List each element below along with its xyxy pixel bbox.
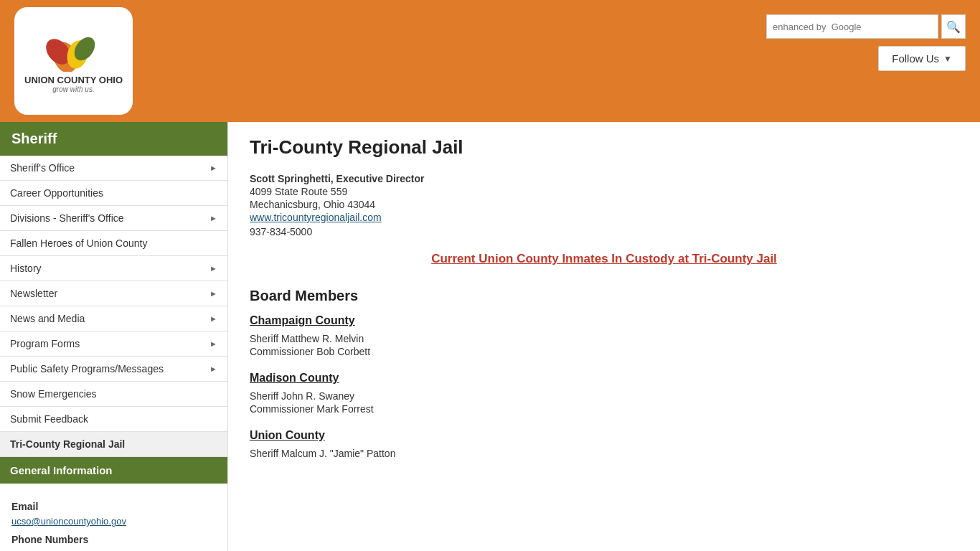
sidebar-label-history: History — [10, 263, 42, 274]
main-content: Tri-County Regional Jail Scott Springhet… — [228, 122, 980, 551]
chevron-right-icon: ► — [209, 214, 217, 222]
champaign-member-2: Commissioner Bob Corbett — [250, 346, 958, 357]
county-madison: Madison County Sheriff John R. Swaney Co… — [250, 372, 958, 415]
follow-us-label: Follow Us — [892, 52, 939, 65]
chevron-right-icon: ► — [209, 339, 217, 348]
sidebar-label-submit-feedback: Submit Feedback — [10, 413, 88, 425]
jail-phone: 937-834-5000 — [250, 226, 958, 237]
dropdown-arrow-icon: ▼ — [943, 54, 952, 64]
sidebar-item-news-media[interactable]: News and Media ► — [0, 306, 227, 331]
sidebar-item-submit-feedback[interactable]: Submit Feedback — [0, 407, 227, 432]
logo-sub: grow with us. — [52, 85, 94, 93]
sidebar-nav: Sheriff's Office ► Career Opportunities … — [0, 156, 227, 457]
search-input[interactable] — [766, 14, 938, 39]
general-info-header[interactable]: General Information — [0, 457, 227, 484]
jail-website-link[interactable]: www.tricountyregionaljail.com — [250, 212, 382, 223]
sidebar-item-career-opportunities[interactable]: Career Opportunities — [0, 181, 227, 206]
sidebar-item-fallen-heroes[interactable]: Fallen Heroes of Union County — [0, 231, 227, 256]
sidebar-label-fallen-heroes: Fallen Heroes of Union County — [10, 237, 147, 249]
county-union: Union County Sheriff Malcum J. "Jamie" P… — [250, 429, 958, 459]
champaign-member-1: Sheriff Matthew R. Melvin — [250, 333, 958, 344]
sidebar-label-snow-emergencies: Snow Emergencies — [10, 388, 97, 400]
sidebar-item-sheriffs-office[interactable]: Sheriff's Office ► — [0, 156, 227, 181]
sidebar-title: Sheriff — [0, 122, 227, 156]
sidebar-item-divisions[interactable]: Divisions - Sheriff's Office ► — [0, 206, 227, 231]
sidebar-label-news-media: News and Media — [10, 313, 85, 324]
search-bar: 🔍 — [766, 14, 966, 39]
county-champaign-title[interactable]: Champaign County — [250, 314, 355, 327]
sidebar-label-divisions: Divisions - Sheriff's Office — [10, 212, 124, 224]
sidebar-item-newsletter[interactable]: Newsletter ► — [0, 281, 227, 306]
logo-text: UNION COUNTY OHIO — [24, 75, 123, 86]
logo-icon — [45, 29, 103, 72]
search-button[interactable]: 🔍 — [941, 14, 966, 39]
sidebar-label-newsletter: Newsletter — [10, 288, 57, 299]
sidebar-item-program-forms[interactable]: Program Forms ► — [0, 331, 227, 357]
logo[interactable]: UNION COUNTY OHIO grow with us. — [14, 7, 133, 115]
union-member-1: Sheriff Malcum J. "Jamie" Patton — [250, 448, 958, 459]
sidebar-item-history[interactable]: History ► — [0, 256, 227, 281]
madison-member-2: Commissioner Mark Forrest — [250, 403, 958, 415]
header-right: 🔍 Follow Us ▼ — [766, 14, 966, 71]
follow-us-button[interactable]: Follow Us ▼ — [878, 46, 966, 71]
chevron-right-icon: ► — [209, 364, 217, 373]
board-members-title: Board Members — [250, 288, 958, 304]
general-info-section: Email ucso@unioncountyohio.gov Phone Num… — [0, 484, 227, 551]
sidebar-label-public-safety: Public Safety Programs/Messages — [10, 363, 164, 375]
director-name: Scott Springhetti, Executive Director — [250, 173, 958, 184]
county-champaign: Champaign County Sheriff Matthew R. Melv… — [250, 314, 958, 357]
sidebar-item-public-safety[interactable]: Public Safety Programs/Messages ► — [0, 357, 227, 382]
main-container: Sheriff Sheriff's Office ► Career Opport… — [0, 122, 980, 551]
phone-label: Phone Numbers — [11, 534, 216, 545]
county-madison-title[interactable]: Madison County — [250, 372, 339, 385]
county-union-title[interactable]: Union County — [250, 429, 325, 442]
chevron-right-icon: ► — [209, 314, 217, 323]
site-header: UNION COUNTY OHIO grow with us. 🔍 Follow… — [0, 0, 980, 122]
chevron-right-icon: ► — [209, 289, 217, 298]
page-title: Tri-County Regional Jail — [250, 136, 958, 159]
chevron-right-icon: ► — [209, 164, 217, 172]
sidebar-item-tri-county-jail[interactable]: Tri-County Regional Jail — [0, 432, 227, 457]
address-line1: 4099 State Route 559 — [250, 186, 958, 197]
sidebar: Sheriff Sheriff's Office ► Career Opport… — [0, 122, 228, 551]
madison-member-1: Sheriff John R. Swaney — [250, 390, 958, 402]
email-label: Email — [11, 501, 216, 512]
sidebar-label-career-opportunities: Career Opportunities — [10, 187, 103, 199]
sidebar-item-snow-emergencies[interactable]: Snow Emergencies — [0, 382, 227, 407]
search-icon: 🔍 — [946, 20, 961, 34]
sidebar-label-program-forms: Program Forms — [10, 338, 80, 349]
chevron-right-icon: ► — [209, 264, 217, 273]
director-info: Scott Springhetti, Executive Director 40… — [250, 173, 958, 237]
sidebar-label-sheriffs-office: Sheriff's Office — [10, 162, 75, 174]
sidebar-label-tri-county-jail: Tri-County Regional Jail — [10, 438, 125, 450]
inmates-link[interactable]: Current Union County Inmates In Custody … — [250, 252, 958, 266]
address-line2: Mechanicsburg, Ohio 43044 — [250, 199, 958, 210]
email-link[interactable]: ucso@unioncountyohio.gov — [11, 516, 126, 527]
